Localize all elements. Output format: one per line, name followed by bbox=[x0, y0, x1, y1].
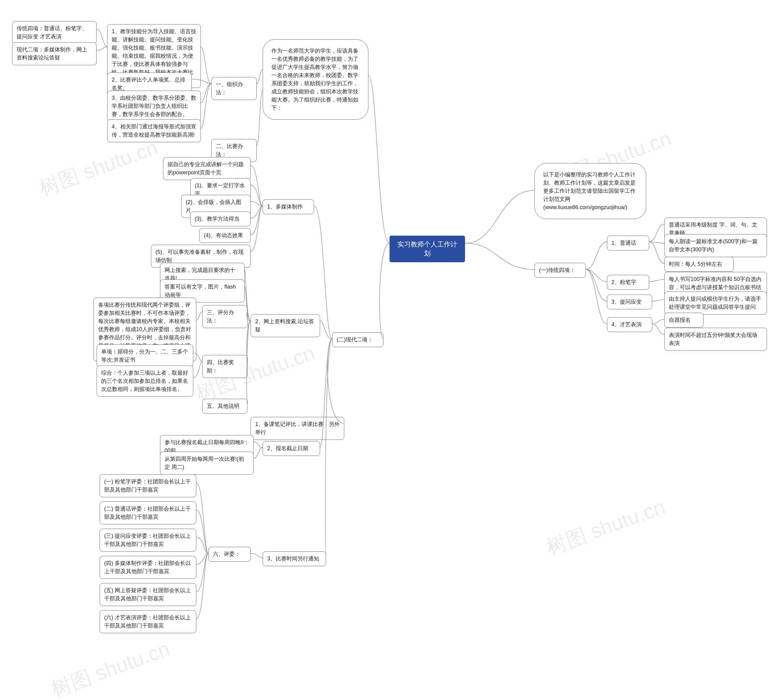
award2: 综合：个人参加三项以上者，取最好的三个名次相加参加总排名，如果名次总数相同，则据… bbox=[97, 366, 193, 397]
jw6: (六) 才艺表演评委：社团部会长以上干部及其他部门干部嘉宾 bbox=[100, 610, 196, 633]
r2-label[interactable]: 2、粉笔字 bbox=[607, 275, 649, 290]
watermark: 树图 shutu.cn bbox=[35, 133, 161, 202]
watermark: 树图 shutu.cn bbox=[543, 493, 669, 561]
org1b: 现代二项：多媒体制作，网上资料搜索论坛答疑 bbox=[12, 42, 97, 65]
jw-label[interactable]: 六、评委： bbox=[208, 547, 251, 562]
org4: 4、相关部门通过海报等形式加强宣传，营造全校提高教学技能新高潮! bbox=[107, 119, 201, 142]
other-label[interactable]: 五、其他说明 bbox=[202, 399, 248, 413]
org3: 3、由校分团委、数学系分团委、数学系社团部等部门负责人组织比赛，数学系学生会各部… bbox=[107, 91, 201, 122]
jw1: (一) 粉笔字评委：社团部会长以上干部及其他部门干部嘉宾 bbox=[100, 474, 196, 497]
r3a: 由主持人提问或模仿学生行为，请选手处理课堂中常见问题或回答学生提问 bbox=[664, 292, 767, 315]
m2-label[interactable]: 2、网上资料搜索,论坛答疑 bbox=[251, 314, 320, 337]
other3-label[interactable]: 3、比赛时间另行通知 bbox=[263, 551, 326, 566]
award1: 单项：据得分，分为一、二、三多个等次;并发证书 bbox=[97, 344, 193, 367]
r1c: 时间：每人 5分钟左右 bbox=[664, 257, 734, 272]
other2-label[interactable]: 2、报名截止日期 bbox=[263, 441, 320, 456]
left-section[interactable]: (二)现代二项： bbox=[332, 332, 383, 347]
root-node[interactable]: 实习教师个人工作计划 bbox=[390, 236, 465, 262]
m1a: 据自己的专业完成讲解一个问题的powerpoint页面十页 bbox=[163, 157, 251, 180]
right-section[interactable]: (一)传统四项： bbox=[535, 263, 586, 278]
m1d: (3)、教学方法得当 bbox=[190, 211, 251, 226]
award-label[interactable]: 四、比赛奖励： bbox=[202, 355, 248, 378]
m1e: (4)、有动态效果 bbox=[199, 228, 251, 243]
jw4: (四) 多媒体制作评委：社团部会长以上干部及其他部门干部嘉宾 bbox=[100, 556, 196, 579]
m1-label[interactable]: 1、多媒体制作 bbox=[263, 199, 314, 214]
watermark: 树图 shutu.cn bbox=[48, 635, 174, 700]
org1a: 传统四项：普通话、粉笔字、提问应变 才艺表演 bbox=[12, 21, 97, 44]
intro-right: 以下是小编整理的实习教师个人工作计划、教师工作计划等，这篇文章启发是更多工作计划… bbox=[535, 163, 646, 219]
org-label[interactable]: 一、组织办法： bbox=[211, 77, 257, 100]
jw3: (三) 提问应变评委：社团部会长以上干部及其他部门干部嘉宾 bbox=[100, 529, 196, 552]
other2b: 从第四周开始每两周一次比赛!(初定 周二) bbox=[160, 452, 254, 474]
jw2: (二) 普通话评委：社团部会长以上干部及其他部门干部嘉宾 bbox=[100, 502, 196, 524]
jw5: (五) 网上答疑评委：社团部会长以上干部及其他部门干部嘉宾 bbox=[100, 583, 196, 606]
intro-left: 作为一名师范大学的学生，应该具备一名优秀教师必备的教学技能，为了促进广大学生提高… bbox=[263, 39, 368, 120]
r4-label[interactable]: 4、才艺表演 bbox=[607, 317, 652, 332]
r4a: 自愿报名 bbox=[664, 313, 704, 328]
r4b: 表演时间不超过五分钟!颁奖大会现场表演 bbox=[664, 328, 767, 351]
other1: 1、备课笔记评比，讲课比赛，另外举行 bbox=[251, 417, 344, 440]
r3-label[interactable]: 3、提问应变 bbox=[607, 295, 652, 310]
r1-label[interactable]: 1、普通话 bbox=[607, 236, 649, 250]
judge-label[interactable]: 三、评分办法： bbox=[202, 305, 248, 328]
r1b: 每人朗读一篇标准文本(500字)和一篇自带文本(300字内) bbox=[664, 234, 767, 257]
